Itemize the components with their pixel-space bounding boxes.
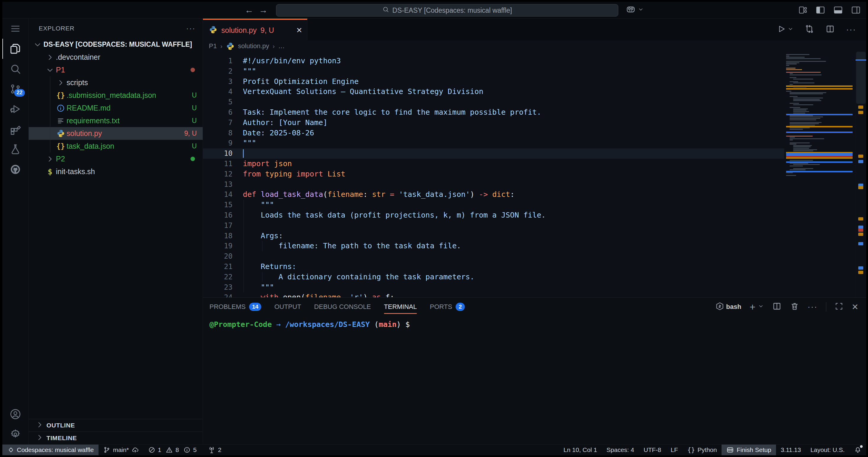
- maximize-panel-icon[interactable]: [835, 302, 843, 312]
- code-editor[interactable]: 1#!/usr/bin/env python32"""3Profit Optim…: [203, 52, 784, 297]
- new-terminal-button[interactable]: +: [750, 302, 764, 312]
- status-encoding[interactable]: UTF-8: [639, 445, 666, 455]
- breadcrumb-file[interactable]: solution.py: [238, 42, 269, 50]
- split-terminal-icon[interactable]: [772, 301, 782, 312]
- status-finish-setup[interactable]: Finish Setup: [721, 445, 776, 455]
- tree-indent-guide: [50, 76, 50, 153]
- activity-extensions-icon[interactable]: [2, 119, 28, 139]
- activity-github-icon[interactable]: [2, 159, 28, 179]
- tree-item-requirements-txt[interactable]: requirements.txtU: [29, 115, 203, 127]
- copilot-button[interactable]: [626, 4, 644, 16]
- tree-item-scripts[interactable]: scripts: [29, 76, 203, 89]
- copilot-icon: [626, 5, 636, 15]
- status-label: LF: [671, 446, 678, 453]
- status-eol[interactable]: LF: [666, 445, 683, 455]
- vscode-window: ← → DS-EASY [Codespaces: musical waffle]…: [2, 2, 866, 455]
- code-text: filename: The path to the task data file…: [243, 241, 461, 251]
- run-python-button[interactable]: [777, 25, 794, 35]
- tree-item-p1[interactable]: P1: [29, 64, 203, 76]
- python-icon: [226, 42, 235, 51]
- activity-settings-icon[interactable]: [2, 424, 28, 444]
- activity-testing-icon[interactable]: [2, 139, 28, 159]
- activity-menu-icon[interactable]: [2, 19, 28, 39]
- activity-source-control-icon[interactable]: 22: [2, 79, 28, 99]
- activity-explorer-icon[interactable]: [2, 39, 28, 59]
- status-remote-indicator[interactable]: Codespaces: musical waffle: [2, 445, 98, 455]
- code-text: A dictionary containing the task paramet…: [243, 272, 474, 282]
- tree-item-devcontainer[interactable]: .devcontainer: [29, 51, 203, 64]
- tree-item-p2[interactable]: P2: [29, 153, 203, 165]
- tree-item-solution-py[interactable]: solution.py9, U: [29, 127, 203, 140]
- status-cursor-position[interactable]: Ln 10, Col 1: [559, 445, 602, 455]
- status-python-version[interactable]: 3.11.13: [776, 445, 806, 455]
- code-line-13: 13: [203, 179, 784, 190]
- status-label: UTF-8: [644, 446, 661, 453]
- code-text: Loads the task data (profit projections,…: [243, 210, 546, 221]
- split-editor-icon[interactable]: [826, 24, 835, 35]
- search-icon: [382, 6, 389, 15]
- toggle-secondary-sidebar-icon[interactable]: [851, 5, 861, 15]
- tree-item-readme-md[interactable]: README.mdU: [29, 102, 203, 115]
- overview-mark: [858, 228, 863, 232]
- close-icon[interactable]: ✕: [296, 26, 302, 35]
- tab-bar: solution.py 9, U ✕ ···: [203, 19, 866, 40]
- toggle-sidebar-icon[interactable]: [815, 5, 826, 15]
- code-line-18: 18 Args:: [203, 231, 784, 241]
- minimap[interactable]: [784, 52, 855, 297]
- status-problems[interactable]: 185: [144, 445, 203, 455]
- tree-item-task-data-json[interactable]: {}task_data.jsonU: [29, 140, 203, 153]
- code-line-1: 1#!/usr/bin/env python3: [203, 56, 784, 66]
- panel-tab-problems[interactable]: PROBLEMS14: [210, 298, 261, 316]
- python-icon: [55, 129, 67, 138]
- breadcrumb-folder[interactable]: P1: [209, 42, 217, 50]
- kill-terminal-icon[interactable]: [790, 301, 799, 312]
- code-text: Returns:: [243, 262, 297, 272]
- nav-forward-icon[interactable]: →: [257, 4, 270, 16]
- chevron-right-icon: [36, 434, 43, 443]
- overview-ruler[interactable]: [855, 52, 866, 297]
- code-line-21: 21 Returns:: [203, 262, 784, 272]
- open-changes-icon[interactable]: [805, 24, 814, 35]
- tree-item-label: .devcontainer: [56, 53, 100, 62]
- code-text: VertexQuant Solutions – Quantitative Str…: [243, 87, 484, 97]
- code-line-24: 24 with open(filename, 'r') as f:: [203, 292, 784, 297]
- chevron-right-icon: [44, 54, 56, 61]
- status-notifications[interactable]: [849, 445, 866, 455]
- branch-icon: [103, 446, 110, 453]
- editor-more-actions-icon[interactable]: ···: [846, 25, 856, 34]
- status-git-branch[interactable]: main*: [98, 445, 144, 455]
- status-forwarded-ports[interactable]: 2: [203, 445, 226, 455]
- line-number: 2: [203, 66, 232, 76]
- explorer-more-actions-icon[interactable]: ···: [186, 24, 195, 33]
- customize-layout-icon[interactable]: [798, 5, 808, 15]
- status-label: Codespaces: musical waffle: [17, 446, 94, 453]
- terminal[interactable]: @Prompter-Code → /workspaces/DS-EASY (ma…: [203, 316, 866, 444]
- nav-back-icon[interactable]: ←: [243, 4, 256, 16]
- panel-tab-label: OUTPUT: [274, 303, 301, 311]
- close-panel-icon[interactable]: ✕: [852, 302, 859, 312]
- status-language-mode[interactable]: {}Python: [683, 445, 722, 455]
- status-indentation[interactable]: Spaces: 4: [602, 445, 639, 455]
- tree-item-ds-easy-codespaces-musical-waffle[interactable]: DS-EASY [CODESPACES: MUSICAL WAFFLE]: [29, 38, 203, 51]
- tree-item-init-tasks-sh[interactable]: $init-tasks.sh: [29, 165, 203, 178]
- bottom-panel: PROBLEMS14OUTPUTDEBUG CONSOLETERMINALPOR…: [203, 297, 866, 444]
- panel-tab-ports[interactable]: PORTS2: [430, 298, 465, 316]
- error-icon: [148, 446, 155, 453]
- sidebar-section-timeline[interactable]: TIMELINE: [29, 432, 203, 444]
- activity-search-icon[interactable]: [2, 59, 28, 79]
- activity-account-icon[interactable]: [2, 404, 28, 424]
- terminal-more-actions-icon[interactable]: ···: [808, 302, 818, 312]
- tab-solution-py[interactable]: solution.py 9, U ✕: [203, 19, 307, 40]
- breadcrumb-symbol[interactable]: …: [278, 42, 285, 50]
- panel-tab-terminal[interactable]: TERMINAL: [384, 298, 417, 316]
- sidebar-section-outline[interactable]: OUTLINE: [29, 419, 203, 432]
- toggle-panel-icon[interactable]: [833, 5, 843, 15]
- tree-item-submission-metadata-json[interactable]: {}.submission_metadata.jsonU: [29, 89, 203, 102]
- panel-tab-output[interactable]: OUTPUT: [274, 298, 301, 316]
- command-center-search[interactable]: DS-EASY [Codespaces: musical waffle]: [276, 4, 618, 17]
- activity-run-debug-icon[interactable]: [2, 99, 28, 119]
- panel-tab-debug-console[interactable]: DEBUG CONSOLE: [314, 298, 371, 316]
- section-label: OUTLINE: [46, 422, 75, 429]
- terminal-shell-button[interactable]: bash: [715, 302, 741, 312]
- status-keyboard-layout[interactable]: Layout: U.S.: [806, 445, 849, 455]
